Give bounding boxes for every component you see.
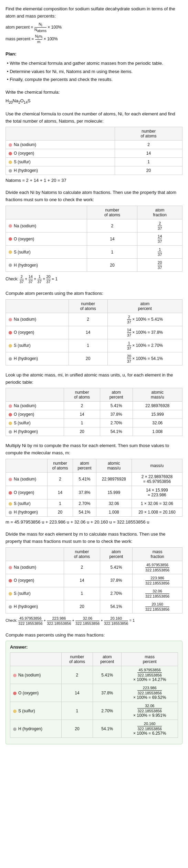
o-element-4: O (oxygen) <box>6 410 64 419</box>
step6-table: numberof atoms atompercent massfraction … <box>6 547 182 613</box>
h-element-7: H (hydrogen) <box>10 720 62 738</box>
chemical-formula-label: Write the chemical formula: <box>6 89 182 96</box>
o-percent-4: 37.8% <box>100 410 133 419</box>
table-row: Na (sodium) 2 5.41% 22.98976928 <box>6 402 182 410</box>
o-dot-2 <box>9 237 12 241</box>
o-atoms-1: 14 <box>115 149 182 158</box>
step3-col-element <box>6 299 69 313</box>
o-atoms-7: 14 <box>61 684 93 702</box>
h-element-3: H (hydrogen) <box>6 352 69 365</box>
plan-title: Plan: <box>6 50 182 58</box>
table-row: S (sulfur) 1 137 × 100% = 2.70% <box>6 339 182 352</box>
table-row: H (hydrogen) 20 54.1% 20.160322.18553856… <box>10 720 178 738</box>
o-dot-7 <box>13 692 17 695</box>
table-row: H (hydrogen) 20 2037 <box>6 259 182 272</box>
step4-table: numberof atoms atompercent atomicmass/u … <box>6 388 182 436</box>
o-dot-4 <box>9 413 12 416</box>
step3-col-atoms: numberof atoms <box>69 299 107 313</box>
s-percent-3: 137 × 100% = 2.70% <box>107 339 182 352</box>
na-element-7: Na (sodium) <box>10 666 62 684</box>
atom-percent-formula: atom percent = Ni Natoms × 100% <box>6 22 182 33</box>
table-row: O (oxygen) 14 1437 <box>6 232 182 246</box>
step7-col-mass-percent: masspercent <box>122 653 178 666</box>
chemical-formula: H20Na2O14S <box>6 98 182 104</box>
step2-table: numberof atoms atomfraction Na (sodium) … <box>6 206 182 272</box>
step6-col-fraction: massfraction <box>133 547 182 561</box>
h-element-2: H (hydrogen) <box>6 259 87 272</box>
o-atomic-mass-5: 15.999 <box>96 486 132 499</box>
step3-section: Compute atom percents using the atom fra… <box>6 290 182 365</box>
step1-col-element <box>6 127 115 141</box>
table-row: O (oxygen) 14 1437 × 100% = 37.8% <box>6 326 182 339</box>
s-atoms-6: 1 <box>64 587 100 600</box>
plan-step-1: Write the chemical formula and gather at… <box>7 59 182 67</box>
answer-label: Answer: <box>10 644 178 650</box>
table-row: Na (sodium) 2 5.41% 45.97953856322.18553… <box>6 561 182 574</box>
na-mass-5: 2 × 22.98976928= 45.97953856 <box>132 472 182 486</box>
step7-col-atom-percent: atompercent <box>93 653 122 666</box>
h-atoms-7: 20 <box>61 720 93 738</box>
s-dot-5 <box>9 502 12 506</box>
table-row: Na (sodium) 2 5.41% 45.97953856322.18553… <box>10 666 178 684</box>
h-percent-3: 2037 × 100% = 54.1% <box>107 352 182 365</box>
table-row: S (sulfur) 1 2.70% 32.06322.18553856× 10… <box>10 702 178 720</box>
na-atoms-2: 2 <box>87 219 137 232</box>
s-element-7: S (sulfur) <box>10 702 62 720</box>
step4-col-atoms: numberof atoms <box>64 388 100 402</box>
na-element: Na (sodium) <box>6 141 115 149</box>
table-row: Na (sodium) 2 237 <box>6 219 182 232</box>
o-dot-3 <box>9 331 12 334</box>
step2-col-fraction: atomfraction <box>137 206 182 219</box>
table-row: Na (sodium) 2 237 × 100% = 5.41% <box>6 313 182 326</box>
table-row: H (hydrogen) 20 <box>6 166 182 175</box>
o-percent-5: 37.8% <box>73 486 96 499</box>
o-atoms-6: 14 <box>64 574 100 587</box>
s-mass-percent-7: 32.06322.18553856× 100% = 9.951% <box>122 702 178 720</box>
s-dot <box>9 161 12 164</box>
na-dot-7 <box>13 674 17 677</box>
h-atoms-5: 20 <box>47 508 73 516</box>
table-row: O (oxygen) 14 37.8% 15.999 <box>6 410 182 419</box>
na-atoms-7: 2 <box>61 666 93 684</box>
na-element-2: Na (sodium) <box>6 219 87 232</box>
chemical-formula-section: Write the chemical formula: H20Na2O14S <box>6 89 182 104</box>
m-eq: m = 45.97953856 u + 223.986 u + 32.06 u … <box>6 519 182 525</box>
h-fraction: 2037 <box>137 259 182 272</box>
o-dot <box>9 152 12 155</box>
table-row: Na (sodium) 2 5.41% 22.98976928 2 × 22.9… <box>6 472 182 486</box>
answer-box: Answer: numberof atoms atompercent massp… <box>6 641 182 744</box>
na-element-3: Na (sodium) <box>6 313 69 326</box>
o-atoms-5: 14 <box>47 486 73 499</box>
na-percent-6: 5.41% <box>100 561 133 574</box>
step5-col-percent: atompercent <box>73 459 96 472</box>
na-mass-percent-7: 45.97953856322.18553856× 100% = 14.27% <box>122 666 178 684</box>
s-mass-4: 32.06 <box>133 419 182 427</box>
na-atomic-mass-5: 22.98976928 <box>96 472 132 486</box>
step4-col-percent: atompercent <box>100 388 133 402</box>
step6-label: Divide the mass for each element by m to… <box>6 531 182 545</box>
step5-col-atoms: numberof atoms <box>47 459 73 472</box>
s-atoms-5: 1 <box>47 499 73 508</box>
s-fraction-6: 32.06322.18553856 <box>133 587 182 600</box>
s-element-3: S (sulfur) <box>6 339 69 352</box>
table-row: S (sulfur) 1 <box>6 158 182 166</box>
o-element-5: O (oxygen) <box>6 486 48 499</box>
o-atom-percent-7: 37.8% <box>93 684 122 702</box>
na-atoms-4: 2 <box>64 402 100 410</box>
plan-step-2: Determine values for Ni, mi, Natoms and … <box>7 68 182 75</box>
step7-col-element <box>10 653 62 666</box>
na-dot-4 <box>9 404 12 408</box>
na-atoms-1: 2 <box>115 141 182 149</box>
na-percent-3: 237 × 100% = 5.41% <box>107 313 182 326</box>
na-percent-4: 5.41% <box>100 402 133 410</box>
step2-section: Divide each Ni by Natoms to calculate at… <box>6 189 182 284</box>
s-mass-5: 1 × 32.06 = 32.06 <box>132 499 182 508</box>
intro-section: Find the elemental composition for sodiu… <box>6 6 182 44</box>
table-row: H (hydrogen) 20 54.1% 1.008 20 × 1.008 =… <box>6 508 182 516</box>
s-dot-7 <box>13 710 17 713</box>
h-atoms-1: 20 <box>115 166 182 175</box>
na-element-4: Na (sodium) <box>6 402 64 410</box>
h-mass-4: 1.008 <box>133 427 182 436</box>
na-atoms-6: 2 <box>64 561 100 574</box>
step6-col-element <box>6 547 64 561</box>
